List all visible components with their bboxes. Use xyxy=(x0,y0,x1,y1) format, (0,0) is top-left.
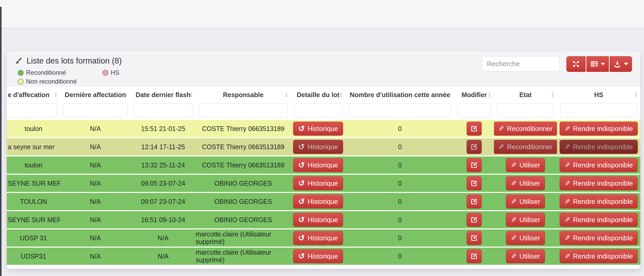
cell-derniere-affectation: N/A xyxy=(60,229,131,247)
column-filter-input[interactable] xyxy=(294,103,342,117)
edit-button[interactable] xyxy=(467,213,482,227)
sort-icon[interactable]: ▲▼ xyxy=(488,92,491,98)
column-filter-input[interactable] xyxy=(349,103,451,117)
column-header[interactable]: Etat▲▼ xyxy=(494,87,557,103)
edit-icon xyxy=(470,198,478,205)
cell-utilisations: 0 xyxy=(345,248,454,265)
rendre-indisponible-button[interactable]: ✎ Rendre indisponible xyxy=(560,176,638,190)
sort-icon[interactable]: ▲▼ xyxy=(448,92,452,98)
column-header-label: HS xyxy=(594,91,603,99)
etat-button[interactable]: ✎ Reconditionner xyxy=(494,140,557,154)
edit-button[interactable] xyxy=(467,249,482,263)
column-header[interactable]: Date dernier flash▲▼ xyxy=(131,87,196,103)
top-header-bar xyxy=(0,0,644,28)
columns-button[interactable] xyxy=(586,56,609,72)
table-row[interactable]: toulon N/A 15:51 21-01-25 COSTE Thierry … xyxy=(7,120,640,137)
sort-icon[interactable]: ▲▼ xyxy=(634,92,638,98)
rendre-indisponible-button[interactable]: ✎ Rendre indisponible xyxy=(560,122,638,136)
sort-icon[interactable]: ▲▼ xyxy=(54,92,58,98)
table-body: toulon N/A 15:51 21-01-25 COSTE Thierry … xyxy=(7,120,640,269)
cell-derniere-affectation: N/A xyxy=(60,175,131,192)
cell-utilisations: 0 xyxy=(345,156,454,174)
cell-etat: ✎ Reconditionner xyxy=(494,138,557,155)
historique-button[interactable]: ↺ Historique xyxy=(293,140,343,154)
edit-button[interactable] xyxy=(467,176,482,190)
legend-item: Non reconditionné xyxy=(18,78,102,85)
edit-button[interactable] xyxy=(467,195,482,209)
legend-label: Non reconditionné xyxy=(26,78,77,85)
table-row[interactable]: SEYNE SUR MER N/A 16:51 09-10-24 OBINIO … xyxy=(7,211,640,228)
cell-detail: ↺ Historique xyxy=(291,138,345,155)
etat-button[interactable]: ✎ Reconditionner xyxy=(494,122,557,136)
pencil-icon: ✎ xyxy=(565,252,570,260)
sort-icon[interactable]: ▲▼ xyxy=(339,92,343,98)
cell-modifier xyxy=(454,193,494,210)
search-input[interactable] xyxy=(482,56,560,71)
column-header[interactable]: Responsable▲▼ xyxy=(196,87,291,103)
sort-icon[interactable]: ▲▼ xyxy=(189,92,193,98)
historique-button[interactable]: ↺ Historique xyxy=(293,176,343,190)
column-header-label: Responsable xyxy=(223,91,264,99)
column-header[interactable]: Nombre d'utilisation cette année▲▼ xyxy=(345,87,454,103)
cell-etat: ✎ Utiliser xyxy=(494,211,557,228)
rendre-indisponible-button[interactable]: ✎ Rendre indisponible xyxy=(560,158,638,172)
rendre-indisponible-button[interactable]: ✎ Rendre indisponible xyxy=(560,231,638,245)
expand-button[interactable] xyxy=(566,56,586,72)
cell-affectation: toulon xyxy=(7,120,60,137)
edit-button[interactable] xyxy=(467,231,482,245)
etat-button[interactable]: ✎ Utiliser xyxy=(506,176,545,190)
historique-button[interactable]: ↺ Historique xyxy=(293,195,343,209)
history-icon: ↺ xyxy=(298,161,305,169)
table-row[interactable]: UDSP 31 N/A N/A marcotte.claire (Utilisa… xyxy=(7,229,640,247)
table-row[interactable]: SEYNE SUR MER N/A 09:05 23-07-24 OBINIO … xyxy=(7,175,640,192)
legend-dot xyxy=(102,70,108,76)
historique-button[interactable]: ↺ Historique xyxy=(293,231,343,245)
column-filter-input[interactable] xyxy=(560,103,637,117)
etat-button[interactable]: ✎ Utiliser xyxy=(506,213,545,227)
sort-icon[interactable]: ▲▼ xyxy=(124,92,128,98)
column-header[interactable]: HS▲▼ xyxy=(557,87,640,103)
rendre-indisponible-button[interactable]: ✎ Rendre indisponible xyxy=(560,213,638,227)
rendre-indisponible-button[interactable]: ✎ Rendre indisponible xyxy=(560,195,638,209)
cell-date-dernier-flash: 16:51 09-10-24 xyxy=(131,211,196,228)
column-header[interactable]: Detaille du lot▲▼ xyxy=(291,87,345,103)
expand-arrows-icon xyxy=(572,60,580,68)
rendre-indisponible-button[interactable]: ✎ Rendre indisponible xyxy=(560,249,638,263)
cell-responsable: COSTE Thierry 0663513189 xyxy=(196,156,291,174)
column-header[interactable]: Dernière affectation▲▼ xyxy=(60,87,131,103)
table-row[interactable]: TOULON N/A 09:07 23-07-24 OBINIO GEORGES… xyxy=(7,193,640,210)
panel-header: Liste des lots formation (8) Recondition… xyxy=(7,51,640,87)
column-filter-input[interactable] xyxy=(497,103,554,117)
column-filter-input[interactable] xyxy=(134,103,193,117)
edit-button[interactable] xyxy=(467,158,482,172)
cell-detail: ↺ Historique xyxy=(291,248,345,265)
filter-cell xyxy=(494,103,557,120)
column-header[interactable]: e d'affecation▲▼ xyxy=(7,87,60,103)
cell-hs: ✎ Rendre indisponible xyxy=(557,175,640,192)
historique-button[interactable]: ↺ Historique xyxy=(293,249,343,263)
etat-button[interactable]: ✎ Utiliser xyxy=(506,195,545,209)
historique-button[interactable]: ↺ Historique xyxy=(293,122,343,136)
etat-button[interactable]: ✎ Utiliser xyxy=(506,231,545,245)
column-header[interactable]: Modifier▲▼ xyxy=(454,87,494,103)
sort-icon[interactable]: ▲▼ xyxy=(284,92,288,98)
column-filter-input[interactable] xyxy=(63,103,127,117)
edit-button[interactable] xyxy=(467,140,482,154)
sort-icon[interactable]: ▲▼ xyxy=(551,92,554,98)
export-button[interactable] xyxy=(610,56,632,72)
historique-button[interactable]: ↺ Historique xyxy=(293,213,343,227)
column-filter-input[interactable] xyxy=(7,103,57,117)
rendre-indisponible-button[interactable]: ✎ Rendre indisponible xyxy=(560,140,638,154)
historique-button[interactable]: ↺ Historique xyxy=(293,158,343,172)
table-row[interactable]: toulon N/A 13:32 25-11-24 COSTE Thierry … xyxy=(7,156,640,174)
column-filter-input[interactable] xyxy=(457,103,491,117)
table-row[interactable]: UDSP31 N/A N/A marcotte.claire (Utilisat… xyxy=(7,248,640,265)
table-row[interactable]: a seyne sur mer N/A 12:14 17-11-25 COSTE… xyxy=(7,138,640,155)
history-icon: ↺ xyxy=(298,198,305,205)
column-filter-input[interactable] xyxy=(199,103,288,117)
edit-button[interactable] xyxy=(467,122,482,136)
etat-button[interactable]: ✎ Utiliser xyxy=(506,158,545,172)
panel-toolbar xyxy=(482,56,632,72)
etat-button[interactable]: ✎ Utiliser xyxy=(506,249,545,263)
edit-icon xyxy=(470,216,478,224)
